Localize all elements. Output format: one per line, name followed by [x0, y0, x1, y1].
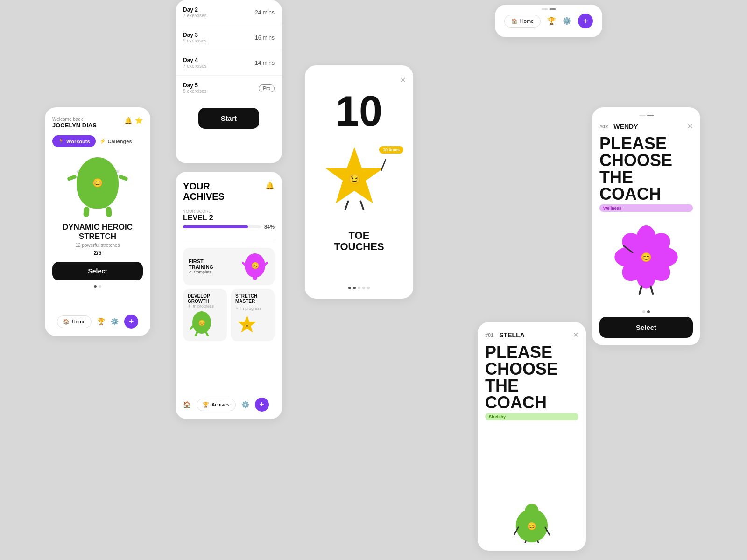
toe-dot-5: [367, 287, 370, 289]
workout-progress: 2/5: [94, 250, 102, 256]
day-3-name: Day 3: [183, 32, 207, 38]
bottom-nav-achieves: 🏠 🏆 Achives ⚙️ +: [183, 392, 275, 412]
svg-line-12: [345, 201, 348, 210]
dot-indicators: [94, 285, 101, 288]
schedule-list: Day 2 7 exercises 24 mins Day 3 9 exerci…: [176, 0, 282, 100]
topnav-home-btn[interactable]: 🏠 Home: [504, 15, 541, 28]
svg-line-8: [195, 333, 197, 336]
schedule-day-5: Day 5 8 exercises Pro: [176, 76, 282, 100]
toe-dot-1: [348, 287, 351, 289]
home-icon-btn[interactable]: 🏠: [183, 401, 191, 408]
day-2-exercises: 7 exercises: [183, 13, 207, 18]
top-indicator: [542, 8, 556, 10]
achievements-grid: FIRSTTRAINING ✓ Complete 😊 DEVELOPGROWTH…: [183, 248, 275, 341]
home-button[interactable]: 🏠 Home: [57, 315, 92, 328]
plus-btn-achieves[interactable]: +: [255, 398, 269, 412]
schedule-card: Day 2 7 exercises 24 mins Day 3 9 exerci…: [176, 0, 282, 163]
svg-point-30: [525, 504, 539, 517]
svg-text:😉: 😉: [348, 173, 361, 185]
indicator-dot-1: [542, 8, 548, 10]
bottom-nav: 🏠 Home 🏆 ⚙️ +: [57, 315, 138, 329]
workout-tab-icon: 🏃: [58, 138, 64, 144]
svg-line-35: [538, 541, 540, 544]
stella-header: #01 STELLA ×: [485, 329, 578, 340]
close-button-toe[interactable]: ×: [400, 75, 406, 85]
star-icon: ⭐: [135, 117, 143, 124]
achieves-nav-btn[interactable]: 🏆 Achives: [197, 399, 236, 411]
plus-button[interactable]: +: [124, 315, 138, 329]
svg-point-1: [253, 275, 257, 280]
topnav-plus-btn[interactable]: +: [578, 14, 593, 28]
workout-subtitle: 12 powerful stretches: [75, 243, 120, 248]
coach-stella-card: #01 STELLA × PLEASE CHOOSE THE COACH Str…: [478, 322, 586, 551]
dot-1: [94, 285, 97, 288]
trophy-button[interactable]: 🏆: [97, 318, 105, 325]
nav-tabs: 🏃 Workouts ⚡ Callenges: [52, 135, 143, 147]
settings-button[interactable]: ⚙️: [111, 318, 119, 325]
star-character-area: 😉 10 times: [317, 137, 401, 221]
achievement-first-training: FIRSTTRAINING ✓ Complete 😊: [183, 248, 275, 285]
svg-line-15: [381, 160, 386, 170]
schedule-day-4: Day 4 7 exercises 14 mins: [176, 50, 282, 76]
settings-icon-btn[interactable]: ⚙️: [241, 401, 249, 408]
stella-name: STELLA: [499, 331, 524, 339]
times-badge: 10 times: [379, 146, 403, 154]
top-nav-card: 🏠 Home 🏆 ⚙️ +: [495, 5, 602, 37]
yellow-char-small-character: 😊: [235, 313, 259, 336]
checkmark-icon: ✓: [189, 270, 192, 274]
svg-line-9: [206, 333, 208, 336]
exercise-count: 10: [336, 90, 382, 132]
start-button[interactable]: Start: [198, 108, 259, 129]
welcome-text: Welcome back: [52, 117, 97, 122]
topnav-trophy-btn[interactable]: 🏆: [547, 17, 556, 25]
spinner-icon-2: ✳: [235, 306, 239, 311]
day-5-pro: Pro: [259, 85, 275, 91]
pink-blob-character: 😊: [241, 252, 269, 280]
toe-dot-4: [362, 287, 365, 289]
score-section: Your score LEVEL 2 84%: [183, 209, 275, 230]
wendy-character-area: 😊: [599, 214, 693, 307]
stella-title: PLEASE CHOOSE THE COACH: [485, 344, 578, 411]
wellness-badge: Wellness: [599, 204, 693, 212]
indicator-dot-2: [550, 8, 556, 10]
day-2-name: Day 2: [183, 7, 207, 13]
toe-dot-indicators: [348, 287, 370, 289]
stretchy-badge: Stretchy: [485, 413, 578, 420]
flower-character-svg: 😊: [613, 225, 679, 295]
achievement-stretch-master: STRETCHMASTER ✳ In progress 😊: [231, 289, 275, 341]
close-button-stella[interactable]: ×: [573, 329, 578, 340]
exercise-name: TOE TOUCHES: [334, 230, 384, 252]
wendy-dots: [599, 310, 693, 313]
topnav-settings-btn[interactable]: ⚙️: [563, 17, 571, 25]
svg-text:😊: 😊: [251, 262, 260, 270]
day-3-exercises: 9 exercises: [183, 38, 207, 43]
select-button[interactable]: Select: [52, 262, 143, 280]
achieves-bell-icon: 🔔: [265, 181, 275, 190]
score-label: Your score: [183, 209, 275, 214]
close-button-wendy[interactable]: ×: [687, 121, 693, 132]
home-icon: 🏠: [63, 319, 70, 325]
green-blob-character: 😊: [77, 157, 119, 209]
wendy-name: WENDY: [613, 123, 638, 130]
day-5-exercises: 8 exercises: [183, 89, 207, 94]
toe-touches-card: × 10 😉 10 times TOE TOUCHES: [305, 65, 413, 299]
achieve-first-training-status: ✓ Complete: [189, 270, 213, 274]
coach-wendy-header: #02 WENDY ×: [599, 121, 693, 132]
achieves-card: YOUR ACHIVES 🔔 Your score LEVEL 2 84% FI…: [176, 172, 282, 419]
schedule-day-3: Day 3 9 exercises 16 mins: [176, 25, 282, 50]
stella-num: #01: [485, 332, 493, 338]
progress-percentage: 84%: [264, 224, 275, 230]
tab-workouts[interactable]: 🏃 Workouts: [52, 135, 96, 147]
day-2-time: 24 mins: [255, 9, 275, 16]
blob-arm-left: [67, 175, 77, 181]
svg-text:😊: 😊: [527, 521, 537, 531]
spinner-icon-1: ✳: [188, 304, 191, 308]
wendy-num: #02: [599, 124, 608, 129]
wendy-indicator: [599, 115, 693, 116]
day-5-name: Day 5: [183, 82, 207, 89]
svg-line-27: [651, 286, 653, 294]
tab-challenges[interactable]: ⚡ Callenges: [99, 135, 132, 147]
select-button-wendy[interactable]: Select: [599, 317, 693, 338]
svg-line-13: [360, 201, 363, 210]
day-4-time: 14 mins: [255, 60, 275, 66]
